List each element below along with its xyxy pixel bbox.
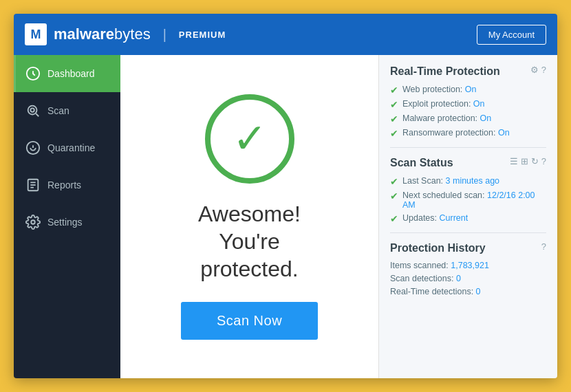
scan-now-button[interactable]: Scan Now [181, 302, 318, 340]
gear-icon[interactable]: ⚙ [530, 65, 539, 75]
malwarebytes-logo-icon: M [25, 23, 47, 45]
check-icon: ✔ [390, 190, 398, 202]
realtime-title: Real-Time Protection [390, 65, 500, 79]
protection-item-ransomware: ✔ Ransomware protection: On [390, 128, 546, 139]
history-title: Protection History [390, 241, 486, 256]
reports-icon [25, 177, 41, 193]
scan-next: ✔ Next scheduled scan: 12/2/16 2:00 AM [390, 190, 546, 210]
realtime-section-header: Real-Time Protection ⚙ ? [390, 65, 546, 79]
realtime-icons: ⚙ ? [530, 65, 546, 75]
scan-last: ✔ Last Scan: 3 minutes ago [390, 176, 546, 187]
premium-label: PREMIUM [179, 30, 226, 40]
check-icon: ✔ [390, 213, 398, 224]
svg-point-3 [30, 108, 34, 112]
svg-line-2 [36, 113, 39, 116]
history-section-header: Protection History ? [390, 241, 546, 256]
checkmark-icon: ✓ [233, 118, 267, 160]
sidebar-label-dashboard: Dashboard [47, 68, 95, 79]
main-content: Dashboard Scan Quarantine [14, 55, 557, 378]
sidebar-item-quarantine[interactable]: Quarantine [14, 129, 120, 166]
sidebar-item-reports[interactable]: Reports [14, 166, 120, 204]
help-icon-history[interactable]: ? [541, 241, 546, 252]
scan-icons: ☰ ⊞ ↻ ? [510, 156, 546, 166]
protection-item-web: ✔ Web protection: On [390, 85, 546, 96]
sidebar: Dashboard Scan Quarantine [14, 55, 120, 378]
check-icon: ✔ [390, 85, 398, 96]
protection-item-exploit: ✔ Exploit protection: On [390, 99, 546, 110]
sidebar-item-scan[interactable]: Scan [14, 92, 120, 129]
sidebar-label-reports: Reports [47, 179, 81, 190]
dashboard-icon [25, 66, 41, 81]
shield-circle: ✓ [205, 94, 294, 184]
scan-icon [25, 103, 41, 118]
check-icon: ✔ [390, 128, 398, 139]
center-panel: ✓ Awesome! You're protected. Scan Now [120, 55, 378, 378]
help-icon-scan[interactable]: ? [541, 156, 546, 166]
sidebar-item-dashboard[interactable]: Dashboard [14, 55, 120, 92]
divider-2 [390, 232, 546, 233]
scan-status-title: Scan Status [390, 156, 453, 171]
app-window: M malwarebytes | PREMIUM My Account Dash… [14, 14, 557, 378]
sidebar-label-scan: Scan [47, 105, 69, 116]
headline-line3: protected. [200, 257, 298, 281]
sidebar-label-quarantine: Quarantine [47, 142, 95, 153]
right-panel: Real-Time Protection ⚙ ? ✔ Web protectio… [378, 55, 557, 378]
list-icon[interactable]: ☰ [510, 156, 518, 166]
history-items-scanned: Items scanned: 1,783,921 [390, 261, 546, 270]
headline-line2: You're [219, 229, 280, 254]
divider-1 [390, 147, 546, 148]
help-icon[interactable]: ? [541, 65, 546, 75]
history-realtime-detections: Real-Time detections: 0 [390, 287, 546, 296]
refresh-icon[interactable]: ↻ [531, 156, 539, 166]
history-icons: ? [541, 241, 546, 252]
protection-item-malware: ✔ Malware protection: On [390, 113, 546, 124]
quarantine-icon [25, 140, 41, 155]
logo-divider: | [163, 27, 166, 43]
my-account-button[interactable]: My Account [477, 25, 546, 45]
scan-status-section-header: Scan Status ☰ ⊞ ↻ ? [390, 156, 546, 171]
scan-updates: ✔ Updates: Current [390, 213, 546, 224]
headline-line1: Awesome! [198, 202, 301, 226]
header: M malwarebytes | PREMIUM My Account [14, 14, 557, 55]
sidebar-label-settings: Settings [47, 217, 83, 228]
check-icon: ✔ [390, 113, 398, 124]
svg-point-1 [28, 106, 37, 115]
sidebar-item-settings[interactable]: Settings [14, 204, 120, 241]
logo-text: malwarebytes [54, 25, 151, 43]
check-icon: ✔ [390, 176, 398, 187]
svg-point-10 [31, 220, 35, 224]
protected-message: Awesome! You're protected. [198, 200, 301, 283]
settings-icon [25, 215, 41, 230]
logo-area: M malwarebytes | PREMIUM [25, 23, 226, 45]
grid-icon[interactable]: ⊞ [521, 156, 528, 166]
history-scan-detections: Scan detections: 0 [390, 274, 546, 283]
check-icon: ✔ [390, 99, 398, 110]
